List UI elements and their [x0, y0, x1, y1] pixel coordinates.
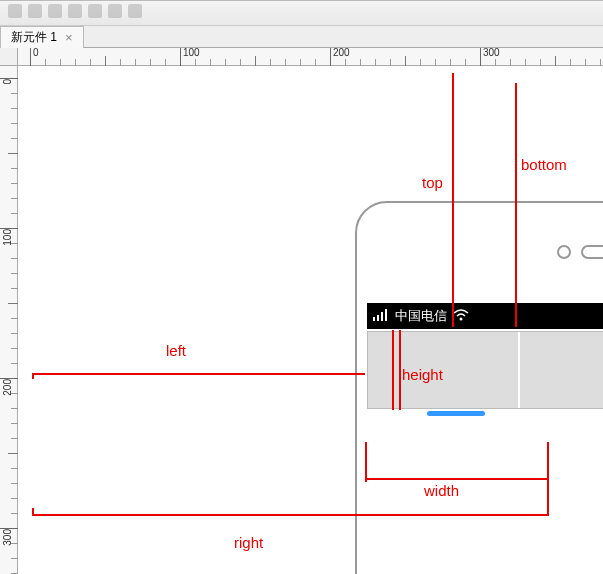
toolbar-button-icon[interactable] — [48, 4, 62, 18]
svg-rect-1 — [377, 315, 379, 321]
guide-height-right — [399, 330, 401, 410]
toolbar-button-icon[interactable] — [68, 4, 82, 18]
content-cell[interactable] — [368, 332, 518, 408]
guide-bottom-line — [515, 83, 517, 327]
ruler-h-label: 300 — [483, 47, 500, 58]
guide-top-line — [452, 73, 454, 327]
editor-area: 0100200300400 0100200300 中国电信 — [0, 48, 603, 574]
guide-left-line — [32, 373, 365, 375]
annotation-right: right — [234, 534, 263, 551]
phone-status-bar: 中国电信 — [367, 303, 603, 329]
app-toolbar — [0, 0, 603, 26]
tab-bar: 新元件 1 × — [0, 26, 603, 48]
toolbar-button-icon[interactable] — [28, 4, 42, 18]
canvas[interactable]: 中国电信 top bottom left right he — [18, 66, 603, 574]
annotation-top: top — [422, 174, 443, 191]
toolbar-button-icon[interactable] — [128, 4, 142, 18]
guide-width-cap-l — [365, 442, 367, 482]
annotation-bottom: bottom — [521, 156, 567, 173]
wifi-icon — [453, 309, 469, 324]
speaker-icon — [581, 245, 603, 259]
toolbar-button-icon[interactable] — [88, 4, 102, 18]
ruler-corner — [0, 48, 18, 66]
ruler-vertical[interactable]: 0100200300 — [0, 66, 18, 574]
ruler-horizontal[interactable]: 0100200300400 — [18, 48, 603, 66]
guide-left-cap — [32, 373, 34, 379]
tab-label: 新元件 1 — [11, 29, 57, 46]
svg-rect-2 — [381, 312, 383, 321]
toolbar-icons — [0, 0, 603, 22]
svg-rect-0 — [373, 317, 375, 321]
guide-height-left — [392, 330, 394, 410]
guide-right-cap2 — [547, 442, 549, 516]
ruler-h-label: 0 — [33, 47, 39, 58]
guide-right-line — [32, 514, 547, 516]
ruler-v-label: 0 — [2, 79, 13, 85]
annotation-height: height — [402, 366, 443, 383]
annotation-width: width — [424, 482, 459, 499]
carrier-label: 中国电信 — [395, 307, 447, 325]
svg-rect-3 — [385, 309, 387, 321]
close-icon[interactable]: × — [65, 31, 73, 44]
ruler-h-label: 200 — [333, 47, 350, 58]
toolbar-button-icon[interactable] — [8, 4, 22, 18]
guide-right-cap — [32, 508, 34, 516]
guide-width-line — [365, 478, 547, 480]
svg-point-4 — [460, 317, 463, 320]
toolbar-button-icon[interactable] — [108, 4, 122, 18]
content-cell[interactable] — [520, 332, 603, 408]
annotation-left: left — [166, 342, 186, 359]
ruler-h-label: 100 — [183, 47, 200, 58]
page-indicator — [427, 411, 485, 416]
signal-icon — [373, 309, 389, 324]
camera-icon — [557, 245, 571, 259]
document-tab[interactable]: 新元件 1 × — [0, 26, 84, 48]
